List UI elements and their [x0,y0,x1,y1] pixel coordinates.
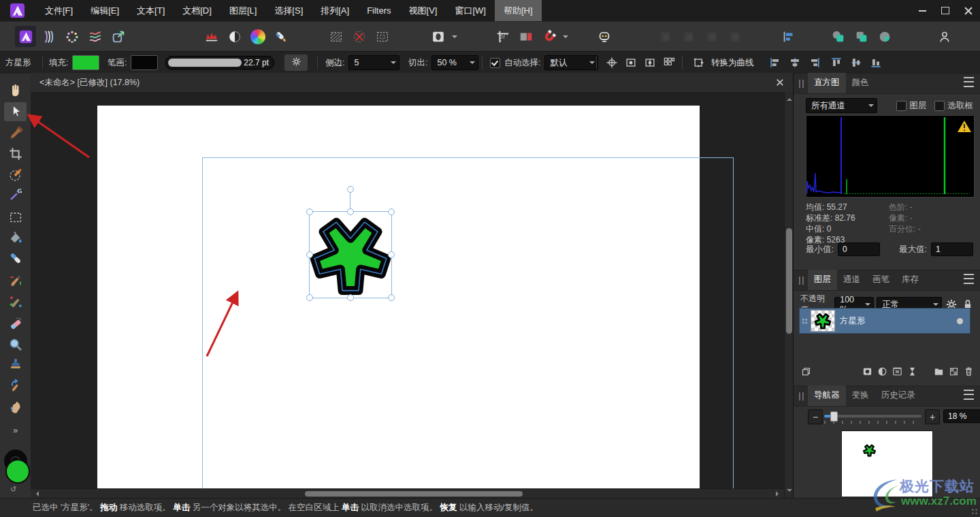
view-tool[interactable] [4,80,27,99]
zoom-tool[interactable] [4,335,27,354]
colour-replacement-brush-tool[interactable] [4,292,27,311]
menu-item-10[interactable]: 帮助[H] [495,0,542,21]
boolean-add-button[interactable] [828,26,849,47]
marquee-checkbox[interactable] [934,101,945,111]
selection-brush-tool[interactable] [4,165,27,184]
layers-tab-0[interactable]: 图层 [808,270,837,290]
delete-layer-icon[interactable] [963,366,975,379]
snap-candidates-icon[interactable] [603,54,621,72]
menu-item-6[interactable]: 排列[A] [312,0,358,21]
align-top-icon[interactable] [828,54,845,72]
zoom-percent-input[interactable]: 18 % [943,409,980,423]
menu-item-0[interactable]: 文件[F] [36,0,82,21]
stroke-width-slider[interactable]: 22.7 pt [165,56,274,69]
zoom-slider-thumb[interactable] [830,411,838,422]
account-button[interactable] [934,26,955,47]
align-center-horizontal-icon[interactable] [786,54,804,72]
panel-grip-icon[interactable] [799,277,804,285]
flood-select-tool[interactable] [4,185,27,204]
histogram-tab-1[interactable]: 颜色 [846,73,875,93]
more-tools-button[interactable]: » [0,425,31,435]
menu-item-8[interactable]: 视图[V] [400,0,446,21]
layer-visibility-dot[interactable] [957,318,963,324]
convert-to-curves-button[interactable]: 转换为曲线 [690,54,754,72]
boolean-subtract-button[interactable] [851,26,872,47]
vertical-scrollbar[interactable] [784,92,794,498]
smudge-tool[interactable] [4,398,27,417]
panel-menu-icon[interactable] [964,390,974,400]
layer-row[interactable]: 方星形 [799,308,970,334]
document-close-icon[interactable] [777,79,783,86]
sides-dropdown[interactable]: 5 [348,55,399,70]
resize-handle-nw[interactable] [306,208,313,215]
color-picker-tool[interactable] [4,124,27,143]
align-bottom-icon[interactable] [867,54,885,72]
resize-handle-s[interactable] [347,294,354,301]
panel-menu-icon[interactable] [964,274,974,284]
boolean-divide-button[interactable] [874,26,895,47]
menu-item-3[interactable]: 文档[D] [174,0,220,21]
zoom-out-button[interactable]: − [808,409,823,424]
snap-bounding-box-icon[interactable] [622,54,640,72]
snap-grid-icon[interactable] [660,54,678,72]
resize-handle-se[interactable] [388,294,395,301]
align-left-icon[interactable] [766,54,784,72]
navigator-preview[interactable] [842,431,932,497]
photo-persona-button[interactable] [15,26,36,47]
auto-contrast-button[interactable] [224,26,245,47]
min-input[interactable]: 0 [838,242,880,256]
gradient-tool[interactable] [4,249,27,268]
canvas-viewport[interactable] [31,92,784,488]
live-filter-icon[interactable] [892,366,903,379]
document-tab[interactable]: <未命名> [已修改] (17.8%) [31,77,140,89]
chevron-down-icon[interactable] [563,35,568,41]
minimize-button[interactable] [911,0,934,21]
close-button[interactable] [957,0,980,21]
panel-grip-icon[interactable] [799,392,804,401]
flood-fill-tool[interactable] [4,228,27,247]
mask-button[interactable] [427,26,448,47]
max-input[interactable]: 1 [931,242,973,256]
fill-color-well[interactable] [5,459,30,484]
auto-white-balance-button[interactable] [270,26,291,47]
chevron-down-icon[interactable] [452,35,457,41]
scroll-right-icon[interactable] [776,491,781,497]
layers-tab-3[interactable]: 库存 [896,270,925,290]
horizontal-scroll-thumb[interactable] [305,491,523,497]
clone-stamp-tool[interactable] [4,355,27,374]
assistant-button[interactable] [593,26,615,47]
move-tool[interactable] [4,102,27,121]
menu-item-1[interactable]: 编辑[E] [82,0,128,21]
paint-brush-tool[interactable] [4,271,27,290]
resize-handle-w[interactable] [306,251,313,258]
layer-checkbox[interactable] [896,101,906,111]
develop-persona-button[interactable] [61,26,82,47]
panel-menu-icon[interactable] [964,77,974,87]
rulers-button[interactable] [492,26,513,47]
invert-selection-button[interactable] [372,26,393,47]
new-layer-icon[interactable] [948,366,960,379]
auto-select-dropdown[interactable]: 默认 [544,55,598,70]
scroll-down-icon[interactable] [787,489,792,495]
deselect-button[interactable] [348,26,370,47]
resize-grip-icon[interactable] [971,508,978,515]
scroll-left-icon[interactable] [33,491,39,497]
snap-midpoint-icon[interactable] [641,54,659,72]
vertical-scroll-thumb[interactable] [786,228,792,334]
fill-color-swatch[interactable] [72,55,99,70]
menu-item-9[interactable]: 窗口[W] [446,0,495,21]
tonemap-persona-button[interactable] [84,26,105,47]
maximize-button[interactable] [934,0,957,21]
swap-colors-icon[interactable]: ↺ [10,485,16,494]
mask-layer-icon[interactable] [862,366,873,379]
scroll-up-icon[interactable] [787,95,792,101]
export-persona-button[interactable] [108,26,129,47]
resize-handle-n[interactable] [347,208,354,215]
rotation-handle[interactable] [347,186,354,193]
layer-thumbnail[interactable] [811,310,835,332]
canvas[interactable] [97,106,700,488]
menu-item-2[interactable]: 文本[T] [128,0,174,21]
auto-select-checkbox[interactable] [490,58,500,68]
menu-item-7[interactable]: Filters [358,0,399,21]
horizontal-scrollbar[interactable] [31,488,784,499]
